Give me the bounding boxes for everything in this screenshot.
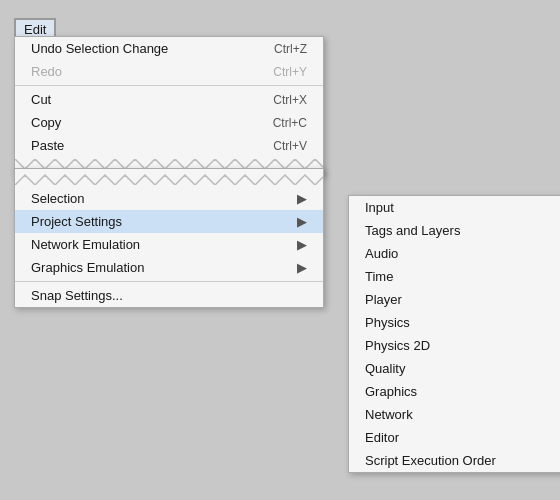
submenu-player[interactable]: Player: [349, 288, 560, 311]
copy-shortcut: Ctrl+C: [273, 116, 307, 130]
network-emulation-item[interactable]: Network Emulation ▶: [15, 233, 323, 256]
submenu-tags-layers-label: Tags and Layers: [365, 223, 460, 238]
cut-shortcut: Ctrl+X: [273, 93, 307, 107]
copy-item[interactable]: Copy Ctrl+C: [15, 111, 323, 134]
edit-dropdown: Undo Selection Change Ctrl+Z Redo Ctrl+Y…: [14, 36, 324, 176]
submenu-input[interactable]: Input: [349, 196, 560, 219]
selection-label: Selection: [31, 191, 84, 206]
submenu-input-label: Input: [365, 200, 394, 215]
cut-label: Cut: [31, 92, 51, 107]
submenu-tags-layers[interactable]: Tags and Layers: [349, 219, 560, 242]
undo-label: Undo Selection Change: [31, 41, 168, 56]
network-emulation-label: Network Emulation: [31, 237, 140, 252]
selection-arrow: ▶: [297, 191, 307, 206]
submenu-editor[interactable]: Editor: [349, 426, 560, 449]
submenu-audio-label: Audio: [365, 246, 398, 261]
paste-shortcut: Ctrl+V: [273, 139, 307, 153]
undo-item[interactable]: Undo Selection Change Ctrl+Z: [15, 37, 323, 60]
paste-label: Paste: [31, 138, 64, 153]
submenu-physics2d[interactable]: Physics 2D: [349, 334, 560, 357]
project-settings-item[interactable]: Project Settings ▶: [15, 210, 323, 233]
submenu-graphics[interactable]: Graphics: [349, 380, 560, 403]
undo-shortcut: Ctrl+Z: [274, 42, 307, 56]
redo-item[interactable]: Redo Ctrl+Y: [15, 60, 323, 83]
separator-2: [15, 281, 323, 282]
submenu-quality-label: Quality: [365, 361, 405, 376]
submenu-time[interactable]: Time: [349, 265, 560, 288]
paste-item[interactable]: Paste Ctrl+V: [15, 134, 323, 157]
submenu-graphics-label: Graphics: [365, 384, 417, 399]
snap-settings-label: Snap Settings...: [31, 288, 123, 303]
zigzag-top: [15, 171, 323, 185]
copy-label: Copy: [31, 115, 61, 130]
redo-shortcut: Ctrl+Y: [273, 65, 307, 79]
separator-1: [15, 85, 323, 86]
submenu-quality[interactable]: Quality: [349, 357, 560, 380]
redo-label: Redo: [31, 64, 62, 79]
submenu-script-execution-order-label: Script Execution Order: [365, 453, 496, 468]
network-emulation-arrow: ▶: [297, 237, 307, 252]
selection-item[interactable]: Selection ▶: [15, 187, 323, 210]
submenu-physics[interactable]: Physics: [349, 311, 560, 334]
context-dropdown: Selection ▶ Project Settings ▶ Network E…: [14, 168, 324, 308]
submenu-physics2d-label: Physics 2D: [365, 338, 430, 353]
submenu-editor-label: Editor: [365, 430, 399, 445]
submenu-script-execution-order[interactable]: Script Execution Order: [349, 449, 560, 472]
submenu-player-label: Player: [365, 292, 402, 307]
submenu-dropdown: Input Tags and Layers Audio Time Player …: [348, 195, 560, 473]
submenu-time-label: Time: [365, 269, 393, 284]
cut-item[interactable]: Cut Ctrl+X: [15, 88, 323, 111]
submenu-audio[interactable]: Audio: [349, 242, 560, 265]
project-settings-arrow: ▶: [297, 214, 307, 229]
snap-settings-item[interactable]: Snap Settings...: [15, 284, 323, 307]
submenu-network[interactable]: Network: [349, 403, 560, 426]
project-settings-label: Project Settings: [31, 214, 122, 229]
submenu-network-label: Network: [365, 407, 413, 422]
graphics-emulation-label: Graphics Emulation: [31, 260, 144, 275]
graphics-emulation-item[interactable]: Graphics Emulation ▶: [15, 256, 323, 279]
submenu-physics-label: Physics: [365, 315, 410, 330]
graphics-emulation-arrow: ▶: [297, 260, 307, 275]
